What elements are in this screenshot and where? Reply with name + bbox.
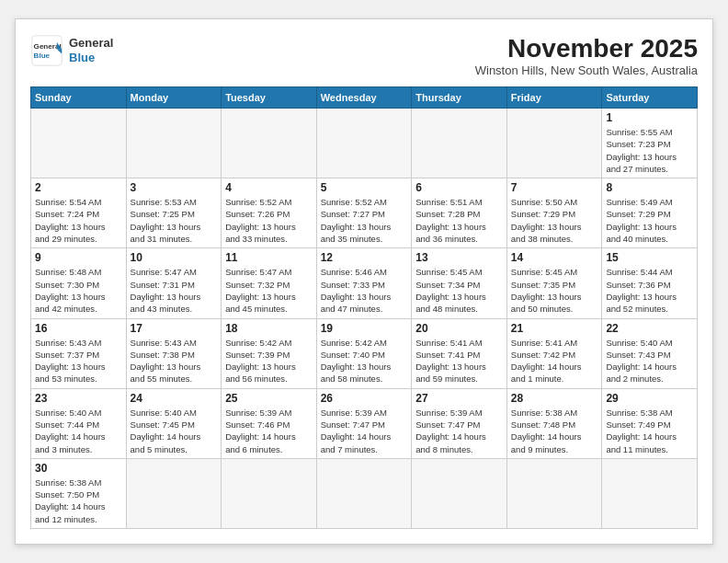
day-info: Sunrise: 5:44 AM Sunset: 7:36 PM Dayligh…: [606, 266, 693, 315]
day-info: Sunrise: 5:52 AM Sunset: 7:27 PM Dayligh…: [321, 196, 408, 245]
day-number: 4: [225, 181, 313, 194]
calendar-cell: 20Sunrise: 5:41 AM Sunset: 7:41 PM Dayli…: [412, 318, 507, 388]
calendar-cell: [316, 108, 412, 178]
day-info: Sunrise: 5:39 AM Sunset: 7:47 PM Dayligh…: [415, 407, 503, 455]
day-number: 6: [415, 181, 503, 194]
calendar-cell: 14Sunrise: 5:45 AM Sunset: 7:35 PM Dayli…: [506, 248, 602, 318]
calendar-cell: [222, 458, 317, 528]
day-number: 2: [35, 181, 122, 194]
weekday-header-row: Sunday Monday Tuesday Wednesday Thursday…: [31, 86, 698, 108]
calendar-week-row: 2Sunrise: 5:54 AM Sunset: 7:24 PM Daylig…: [31, 178, 698, 248]
day-number: 12: [321, 251, 408, 264]
calendar-cell: [412, 108, 507, 178]
day-info: Sunrise: 5:50 AM Sunset: 7:29 PM Dayligh…: [511, 196, 598, 245]
calendar-cell: 9Sunrise: 5:48 AM Sunset: 7:30 PM Daylig…: [31, 248, 127, 318]
day-info: Sunrise: 5:40 AM Sunset: 7:45 PM Dayligh…: [131, 407, 218, 455]
calendar-cell: 11Sunrise: 5:47 AM Sunset: 7:32 PM Dayli…: [222, 248, 317, 318]
calendar-cell: 21Sunrise: 5:41 AM Sunset: 7:42 PM Dayli…: [506, 318, 602, 388]
logo-icon: General Blue: [30, 34, 63, 67]
day-number: 9: [35, 251, 122, 264]
calendar-cell: 8Sunrise: 5:49 AM Sunset: 7:29 PM Daylig…: [602, 178, 698, 248]
calendar-week-row: 23Sunrise: 5:40 AM Sunset: 7:44 PM Dayli…: [31, 388, 698, 458]
day-number: 17: [131, 322, 218, 335]
calendar-cell: 27Sunrise: 5:39 AM Sunset: 7:47 PM Dayli…: [412, 388, 507, 458]
calendar-cell: 25Sunrise: 5:39 AM Sunset: 7:46 PM Dayli…: [222, 388, 317, 458]
logo-general: General: [69, 36, 113, 51]
calendar-cell: 16Sunrise: 5:43 AM Sunset: 7:37 PM Dayli…: [31, 318, 127, 388]
day-info: Sunrise: 5:41 AM Sunset: 7:41 PM Dayligh…: [415, 337, 503, 385]
calendar-cell: 3Sunrise: 5:53 AM Sunset: 7:25 PM Daylig…: [126, 178, 222, 248]
calendar-cell: 2Sunrise: 5:54 AM Sunset: 7:24 PM Daylig…: [31, 178, 127, 248]
day-info: Sunrise: 5:48 AM Sunset: 7:30 PM Dayligh…: [35, 266, 122, 315]
calendar-week-row: 16Sunrise: 5:43 AM Sunset: 7:37 PM Dayli…: [31, 318, 698, 388]
calendar-cell: 30Sunrise: 5:38 AM Sunset: 7:50 PM Dayli…: [31, 458, 127, 528]
day-number: 19: [321, 322, 408, 335]
day-info: Sunrise: 5:53 AM Sunset: 7:25 PM Dayligh…: [131, 196, 218, 245]
logo: General Blue General Blue: [30, 34, 113, 67]
day-info: Sunrise: 5:41 AM Sunset: 7:42 PM Dayligh…: [511, 337, 598, 385]
logo-text: General Blue: [69, 36, 113, 64]
calendar-week-row: 1Sunrise: 5:55 AM Sunset: 7:23 PM Daylig…: [31, 108, 698, 178]
calendar-cell: [222, 108, 317, 178]
day-info: Sunrise: 5:45 AM Sunset: 7:35 PM Dayligh…: [511, 266, 598, 315]
title-block: November 2025 Winston Hills, New South W…: [475, 34, 698, 77]
calendar-cell: 29Sunrise: 5:38 AM Sunset: 7:49 PM Dayli…: [602, 388, 698, 458]
header-monday: Monday: [126, 86, 222, 108]
day-number: 18: [225, 322, 313, 335]
day-info: Sunrise: 5:42 AM Sunset: 7:40 PM Dayligh…: [321, 337, 408, 385]
day-info: Sunrise: 5:43 AM Sunset: 7:38 PM Dayligh…: [131, 337, 218, 385]
day-info: Sunrise: 5:39 AM Sunset: 7:46 PM Dayligh…: [225, 407, 313, 455]
calendar-cell: 12Sunrise: 5:46 AM Sunset: 7:33 PM Dayli…: [316, 248, 412, 318]
calendar-cell: 13Sunrise: 5:45 AM Sunset: 7:34 PM Dayli…: [412, 248, 507, 318]
calendar-cell: 24Sunrise: 5:40 AM Sunset: 7:45 PM Dayli…: [126, 388, 222, 458]
day-info: Sunrise: 5:38 AM Sunset: 7:50 PM Dayligh…: [35, 477, 122, 525]
calendar-cell: 5Sunrise: 5:52 AM Sunset: 7:27 PM Daylig…: [316, 178, 412, 248]
calendar-cell: 26Sunrise: 5:39 AM Sunset: 7:47 PM Dayli…: [316, 388, 412, 458]
header-saturday: Saturday: [602, 86, 698, 108]
day-info: Sunrise: 5:54 AM Sunset: 7:24 PM Dayligh…: [35, 196, 122, 245]
calendar-cell: [316, 458, 412, 528]
day-info: Sunrise: 5:38 AM Sunset: 7:48 PM Dayligh…: [511, 407, 598, 455]
day-number: 22: [606, 322, 693, 335]
calendar-header: General Blue General Blue November 2025 …: [30, 34, 698, 77]
day-number: 28: [511, 392, 598, 405]
day-number: 27: [415, 392, 503, 405]
day-number: 13: [415, 251, 503, 264]
day-info: Sunrise: 5:49 AM Sunset: 7:29 PM Dayligh…: [606, 196, 693, 245]
calendar-cell: 6Sunrise: 5:51 AM Sunset: 7:28 PM Daylig…: [412, 178, 507, 248]
day-info: Sunrise: 5:39 AM Sunset: 7:47 PM Dayligh…: [321, 407, 408, 455]
calendar-cell: 10Sunrise: 5:47 AM Sunset: 7:31 PM Dayli…: [126, 248, 222, 318]
calendar-cell: 1Sunrise: 5:55 AM Sunset: 7:23 PM Daylig…: [602, 108, 698, 178]
calendar-container: General Blue General Blue November 2025 …: [15, 18, 713, 545]
calendar-cell: 19Sunrise: 5:42 AM Sunset: 7:40 PM Dayli…: [316, 318, 412, 388]
calendar-cell: 17Sunrise: 5:43 AM Sunset: 7:38 PM Dayli…: [126, 318, 222, 388]
day-info: Sunrise: 5:51 AM Sunset: 7:28 PM Dayligh…: [415, 196, 503, 245]
day-number: 23: [35, 392, 122, 405]
day-number: 5: [321, 181, 408, 194]
svg-text:Blue: Blue: [34, 52, 51, 60]
day-info: Sunrise: 5:47 AM Sunset: 7:32 PM Dayligh…: [225, 266, 313, 315]
day-number: 15: [606, 251, 693, 264]
calendar-cell: 28Sunrise: 5:38 AM Sunset: 7:48 PM Dayli…: [506, 388, 602, 458]
calendar-week-row: 9Sunrise: 5:48 AM Sunset: 7:30 PM Daylig…: [31, 248, 698, 318]
calendar-cell: [506, 108, 602, 178]
day-number: 20: [415, 322, 503, 335]
day-number: 25: [225, 392, 313, 405]
header-friday: Friday: [506, 86, 602, 108]
header-sunday: Sunday: [31, 86, 127, 108]
calendar-cell: [126, 458, 222, 528]
day-info: Sunrise: 5:47 AM Sunset: 7:31 PM Dayligh…: [131, 266, 218, 315]
day-number: 26: [321, 392, 408, 405]
day-number: 29: [606, 392, 693, 405]
calendar-cell: [602, 458, 698, 528]
day-number: 11: [225, 251, 313, 264]
calendar-cell: [31, 108, 127, 178]
day-number: 16: [35, 322, 122, 335]
day-number: 24: [131, 392, 218, 405]
header-wednesday: Wednesday: [316, 86, 412, 108]
calendar-cell: 15Sunrise: 5:44 AM Sunset: 7:36 PM Dayli…: [602, 248, 698, 318]
day-info: Sunrise: 5:45 AM Sunset: 7:34 PM Dayligh…: [415, 266, 503, 315]
calendar-cell: 18Sunrise: 5:42 AM Sunset: 7:39 PM Dayli…: [222, 318, 317, 388]
day-number: 30: [35, 462, 122, 475]
day-number: 8: [606, 181, 693, 194]
